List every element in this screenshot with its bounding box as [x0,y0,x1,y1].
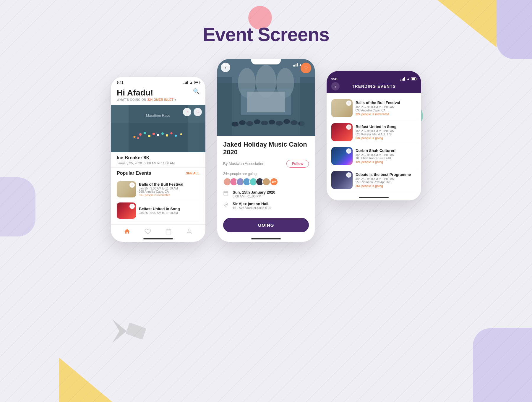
trending3-title: Durbin Shah Culturerl [356,148,416,153]
event1-title: Balls of the Bull Festival [139,182,200,187]
trending4-title: Debate Is the best Programme [356,172,416,177]
trending2-date: Jan 25 - 9:00 AM to 11:00 AM [356,129,416,133]
trending-card-2[interactable]: ♡ Belfast United in Song Jan 25 - 9:00 A… [331,120,416,144]
share-button[interactable]: ↑ [183,108,191,116]
trending-card-1[interactable]: ♡ Balls of the Bull Festival Jan 25 - 9:… [331,96,416,120]
venue-address: 161 Ava Viaduct Suite 013 [233,206,271,210]
phone3-battery-icon [411,77,416,80]
svg-rect-16 [166,229,171,234]
phone1-event-card-1[interactable]: ♡ Balls of the Bull Festival Jan 25 - 9:… [117,179,200,200]
wifi-icon: ▲ [189,80,193,85]
trending3-info: Durbin Shah Culturerl Jan 25 - 9:00 AM t… [356,148,416,164]
nav-home[interactable] [124,228,130,235]
phones-container: 9:41 ▲ Hi Afadu! 🔍 WHAT'S GOING ON 32 [111,59,421,242]
phone2-event-detail: 9:41 ▲ ‹ ♡ Jaked Holiday Music Calon 202… [217,59,315,242]
trending2-address: 826 Kessler Island Apt. 179 [356,133,416,136]
venue-name: Sir Ajex janson Hall [233,202,271,206]
phone3-signal-icon [400,77,406,81]
home-icon [124,228,130,235]
phone2-date-row: Sun, 15th January 2020 8:00 AM - 01:00 P… [223,190,309,198]
hero-action-buttons: ↑ ♡ [183,108,202,116]
phone2-event-title: Jaked Holiday Music Calon 2020 [223,141,309,156]
trending4-address: 959 Ziemann Row Apt. 320 [356,181,416,184]
phone1-time: 9:41 [117,81,123,84]
trending3-date: Jan 25 - 9:00 AM to 11:00 AM [356,153,416,157]
svg-point-3 [139,133,142,136]
event1-favorite-icon[interactable]: ♡ [129,182,135,188]
phone1-event-card-2[interactable]: ♡ Belfast United in Song Jan 25 - 9:00 A… [117,200,200,221]
calendar-detail-icon [223,190,229,196]
trending2-fav-icon[interactable]: ♡ [346,124,351,130]
event1-address: 098 Angelita Cape, CA [139,190,200,193]
phone2-attendees: 24+ people are going 10+ [223,172,309,186]
trending4-fav-icon[interactable]: ♡ [346,172,351,178]
calendar-icon [165,228,172,235]
svg-point-12 [175,135,177,137]
event2-favorite-icon[interactable]: ♡ [129,204,135,209]
attendee-avatars: 10+ [223,178,309,186]
trending3-fav-icon[interactable]: ♡ [346,148,351,154]
trending1-date: Jan 25 - 9:00 AM to 11:00 AM [356,106,416,109]
trending1-info: Balls of the Bull Festival Jan 25 - 9:00… [356,100,416,116]
phone3-status-icons: ▲ [400,77,416,81]
see-all-button[interactable]: SEE ALL [186,171,200,175]
nav-profile[interactable] [186,228,192,235]
phone2-hero-overlay [217,59,315,136]
follow-button[interactable]: Follow [286,160,309,168]
event2-image: ♡ [117,202,136,219]
phone2-signal-icon [293,63,298,67]
phone2-home-indicator [251,238,281,239]
avatar-more: 10+ [270,178,278,186]
phone1-hero-image[interactable]: Marathon Race ↑ ♡ [111,105,205,152]
going-count: 24+ people are going [223,172,309,176]
trending4-image: ♡ [331,171,353,189]
trending2-image: ♡ [331,123,353,141]
svg-point-10 [134,136,136,138]
nav-favorites[interactable] [145,228,151,235]
event2-date: Jan 25 - 9:00 AM to 11:00 AM [139,211,200,215]
event-time: 8:00 AM - 01:00 PM [233,194,275,198]
event2-title: Belfast United in Song [139,207,200,211]
nav-calendar[interactable] [165,228,172,235]
going-button[interactable]: GOING [223,218,309,232]
hero-favorite-button[interactable]: ♡ [194,108,202,116]
trending-card-4[interactable]: ♡ Debate Is the best Programme Jan 25 - … [331,168,416,192]
phone1-event-meta: January 25, 2020 | 9:00 AM to 11:00 AM [117,161,200,165]
event1-going: 32+ people is interested [139,194,200,197]
svg-point-13 [137,137,139,139]
phone1-event-info: Ice Breaker 8K January 25, 2020 | 9:00 A… [111,152,205,168]
phone3-wifi-icon: ▲ [406,77,410,81]
phone1-event-title: Ice Breaker 8K [117,155,200,161]
trending1-fav-icon[interactable]: ♡ [346,100,351,106]
trending3-image: ♡ [331,147,353,165]
trending2-info: Belfast United in Song Jan 25 - 9:00 AM … [356,124,416,140]
location-value: 324 OMER INLET [147,98,173,101]
location-label: WHAT'S GOING ON [117,98,146,101]
phone3-home-indicator [359,197,389,198]
phone2-content: Jaked Holiday Music Calon 2020 By Musici… [217,136,315,218]
phone3-title: TRENDING EVENTS [352,84,396,89]
phone3-back-button[interactable]: ‹ [331,82,340,90]
phone2-back-button[interactable]: ‹ [221,63,230,72]
phone3-notch [359,71,389,76]
trending-card-3[interactable]: ♡ Durbin Shah Culturerl Jan 25 - 9:00 AM… [331,144,416,168]
svg-point-9 [166,134,168,137]
phone3-header-row: ‹ TRENDING EVENTS [331,83,416,89]
phone2-date-info: Sun, 15th January 2020 8:00 AM - 01:00 P… [233,190,275,198]
event1-image: ♡ [117,181,136,197]
phone2-venue-info: Sir Ajex janson Hall 161 Ava Viaduct Sui… [233,202,271,210]
signal-icon [184,81,189,84]
phone1-status-icons: ▲ [184,80,200,85]
svg-point-6 [153,133,155,135]
svg-point-14 [180,133,182,135]
search-icon[interactable]: 🔍 [193,88,200,95]
svg-point-5 [148,135,150,137]
phone1-home-indicator [143,238,173,239]
phone2-favorite-button[interactable]: ♡ [301,63,311,73]
svg-point-7 [157,134,159,136]
event2-info: Belfast United in Song Jan 25 - 9:00 AM … [139,207,200,215]
phone3-events-list: ♡ Balls of the Bull Festival Jan 25 - 9:… [327,93,421,196]
phone1-location: WHAT'S GOING ON 324 OMER INLET ▾ [117,98,200,101]
svg-point-8 [161,132,164,135]
phone1-greeting: Hi Afadu! [117,88,153,98]
